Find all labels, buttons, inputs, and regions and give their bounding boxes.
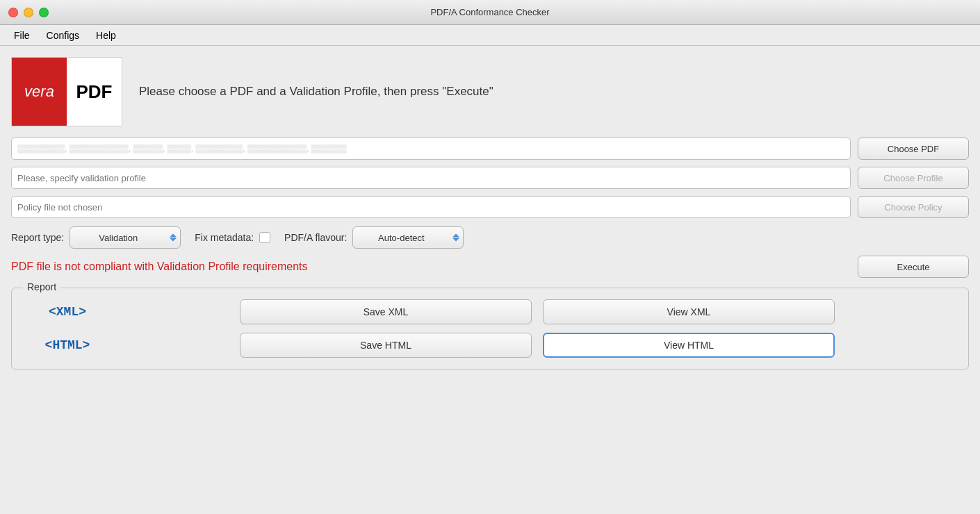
choose-profile-button[interactable]: Choose Profile bbox=[858, 167, 969, 189]
view-xml-button[interactable]: View XML bbox=[543, 299, 835, 324]
menu-bar: File Configs Help bbox=[0, 25, 980, 46]
maximize-button[interactable] bbox=[39, 8, 49, 17]
logo-right: PDF bbox=[67, 58, 122, 126]
profile-input-row: Choose Profile bbox=[11, 167, 969, 189]
xml-button-group: Save XML View XML bbox=[120, 299, 954, 324]
main-content: vera PDF Please choose a PDF and a Valid… bbox=[0, 46, 980, 378]
header-instruction: Please choose a PDF and a Validation Pro… bbox=[139, 85, 969, 99]
window-controls bbox=[8, 8, 49, 17]
fix-metadata-checkbox[interactable] bbox=[259, 232, 270, 243]
report-section: Report <XML> Save XML View XML <HTML> Sa… bbox=[11, 288, 969, 370]
xml-report-row: <XML> Save XML View XML bbox=[26, 299, 954, 324]
pdf-path-field[interactable] bbox=[11, 138, 851, 160]
view-html-button[interactable]: View HTML bbox=[543, 333, 835, 358]
logo-left: vera bbox=[12, 58, 67, 126]
report-section-title: Report bbox=[23, 281, 60, 292]
title-bar: PDF/A Conformance Checker bbox=[0, 0, 980, 25]
profile-path-field[interactable] bbox=[11, 167, 851, 189]
fix-metadata-label: Fix metadata: bbox=[195, 232, 254, 243]
menu-file[interactable]: File bbox=[7, 28, 37, 43]
logo: vera PDF bbox=[11, 57, 122, 126]
xml-label: <XML> bbox=[26, 305, 109, 319]
html-report-row: <HTML> Save HTML View HTML bbox=[26, 333, 954, 358]
fix-metadata-group: Fix metadata: bbox=[195, 232, 270, 243]
report-type-label: Report type: bbox=[11, 232, 64, 243]
flavour-group: PDF/A flavour: Auto-detect PDF/A-1a PDF/… bbox=[284, 226, 464, 249]
choose-policy-button[interactable]: Choose Policy bbox=[858, 196, 969, 218]
save-xml-button[interactable]: Save XML bbox=[240, 299, 532, 324]
pdf-input-row: Choose PDF bbox=[11, 138, 969, 160]
status-message: PDF file is not compliant with Validatio… bbox=[11, 260, 308, 273]
menu-configs[interactable]: Configs bbox=[40, 28, 86, 43]
window-title: PDF/A Conformance Checker bbox=[430, 7, 549, 17]
policy-path-field[interactable] bbox=[11, 196, 851, 218]
policy-input-row: Choose Policy bbox=[11, 196, 969, 218]
report-type-select-wrapper: Validation Features Metadata Fixer bbox=[70, 226, 181, 249]
report-type-select[interactable]: Validation Features Metadata Fixer bbox=[70, 226, 181, 249]
execute-button[interactable]: Execute bbox=[858, 256, 969, 278]
controls-row: Report type: Validation Features Metadat… bbox=[11, 226, 969, 249]
logo-vera-text: vera bbox=[24, 83, 54, 101]
header-row: vera PDF Please choose a PDF and a Valid… bbox=[11, 57, 969, 126]
menu-help[interactable]: Help bbox=[89, 28, 123, 43]
execute-row: PDF file is not compliant with Validatio… bbox=[11, 256, 969, 278]
html-label: <HTML> bbox=[26, 338, 109, 352]
minimize-button[interactable] bbox=[24, 8, 33, 17]
flavour-select[interactable]: Auto-detect PDF/A-1a PDF/A-1b PDF/A-2a P… bbox=[352, 226, 464, 249]
flavour-label: PDF/A flavour: bbox=[284, 232, 347, 243]
choose-pdf-button[interactable]: Choose PDF bbox=[858, 138, 969, 160]
save-html-button[interactable]: Save HTML bbox=[240, 333, 532, 358]
flavour-select-wrapper: Auto-detect PDF/A-1a PDF/A-1b PDF/A-2a P… bbox=[352, 226, 464, 249]
close-button[interactable] bbox=[8, 8, 18, 17]
html-button-group: Save HTML View HTML bbox=[120, 333, 954, 358]
logo-pdf-text: PDF bbox=[76, 81, 113, 103]
report-type-group: Report type: Validation Features Metadat… bbox=[11, 226, 181, 249]
